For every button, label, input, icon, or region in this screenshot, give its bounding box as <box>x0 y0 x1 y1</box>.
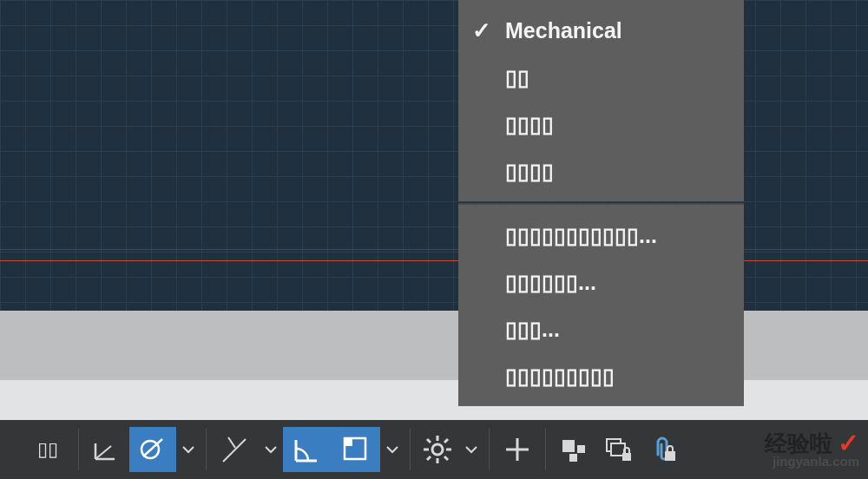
menu-item[interactable]: ▯▯▯▯▯▯... <box>458 259 744 305</box>
polar-icon <box>293 435 322 464</box>
status-bar: ▯▯ <box>0 420 868 479</box>
osnap-dropdown[interactable] <box>176 427 201 472</box>
svg-point-8 <box>432 444 443 455</box>
osnap-icon <box>138 435 168 464</box>
menu-item-label: ▯▯▯▯ <box>505 159 554 184</box>
menu-item-label: ▯▯▯▯ <box>505 112 554 137</box>
osnap-toggle[interactable] <box>129 427 176 472</box>
angle-icon <box>92 435 122 464</box>
menu-item[interactable]: ▯▯ <box>458 54 744 101</box>
settings-button[interactable] <box>416 427 459 472</box>
plus-icon <box>503 435 532 464</box>
attach-button[interactable] <box>641 427 685 472</box>
svg-rect-24 <box>622 453 631 461</box>
menu-item[interactable]: ▯▯▯▯ <box>458 101 744 148</box>
lineweight-dropdown[interactable] <box>380 427 404 472</box>
svg-rect-19 <box>562 440 575 452</box>
watermark-domain: jingyanla.com <box>765 455 859 468</box>
divider <box>78 429 79 470</box>
menu-item-label: ▯▯▯▯▯▯▯▯▯ <box>505 364 615 389</box>
model-space-label: ▯▯ <box>37 438 58 461</box>
layer-lock-button[interactable] <box>596 427 641 472</box>
menu-item[interactable]: ✓ Mechanical <box>458 7 744 54</box>
svg-line-3 <box>228 437 235 448</box>
settings-dropdown[interactable] <box>459 427 483 472</box>
attach-icon <box>648 434 679 465</box>
annotation-scale-menu: ✓ Mechanical ▯▯ ▯▯▯▯ ▯▯▯▯ ▯▯▯▯▯▯▯▯▯▯▯...… <box>458 0 744 406</box>
menu-item[interactable]: ▯▯▯▯ <box>458 148 744 194</box>
chevron-down-icon <box>264 443 278 456</box>
svg-line-13 <box>427 439 431 443</box>
svg-rect-7 <box>345 438 352 446</box>
otrack-toggle[interactable] <box>212 427 259 472</box>
chevron-down-icon <box>464 443 478 456</box>
svg-line-15 <box>444 439 448 443</box>
check-icon: ✓ <box>472 17 491 44</box>
otrack-dropdown[interactable] <box>259 427 283 472</box>
svg-rect-20 <box>577 445 585 453</box>
grid-toggle[interactable] <box>84 427 129 472</box>
chevron-down-icon <box>181 443 195 456</box>
menu-item-label: Mechanical <box>505 18 622 43</box>
otrack-icon <box>220 434 251 465</box>
menu-item-label: ▯▯▯▯▯▯▯▯▯▯▯... <box>505 223 657 248</box>
watermark-name: 经验啦 <box>765 432 832 455</box>
menu-item[interactable]: ▯▯▯▯▯▯▯▯▯▯▯... <box>458 212 744 259</box>
polar-toggle[interactable] <box>283 427 332 472</box>
divider <box>410 429 411 470</box>
svg-rect-21 <box>569 454 577 462</box>
divider <box>206 429 207 470</box>
menu-item-label: ▯▯ <box>505 65 529 90</box>
model-space-button[interactable]: ▯▯ <box>23 427 73 472</box>
layer-lock-icon <box>603 434 635 465</box>
watermark-check-icon: ✓ <box>838 430 859 456</box>
divider <box>489 429 490 470</box>
svg-line-16 <box>427 456 431 460</box>
layout-button[interactable] <box>551 427 596 472</box>
chevron-down-icon <box>385 443 399 456</box>
svg-rect-25 <box>665 451 675 461</box>
menu-section: ▯▯▯▯▯▯▯▯▯▯▯... ▯▯▯▯▯▯... ▯▯▯... ▯▯▯▯▯▯▯▯… <box>458 203 744 406</box>
lineweight-toggle[interactable] <box>332 427 380 472</box>
menu-item[interactable]: ▯▯▯... <box>458 305 744 352</box>
menu-item-label: ▯▯▯▯▯▯... <box>505 270 596 295</box>
divider <box>545 429 546 470</box>
menu-item-label: ▯▯▯... <box>505 317 560 342</box>
watermark: 经验啦 ✓ jingyanla.com <box>765 430 859 468</box>
menu-section: ✓ Mechanical ▯▯ ▯▯▯▯ ▯▯▯▯ <box>458 0 744 201</box>
menu-item[interactable]: ▯▯▯▯▯▯▯▯▯ <box>458 352 744 399</box>
add-button[interactable] <box>495 427 540 472</box>
layout-icon <box>559 435 589 464</box>
svg-line-14 <box>444 456 448 460</box>
gear-icon <box>422 434 453 465</box>
svg-line-2 <box>223 439 246 462</box>
lineweight-icon <box>341 435 371 464</box>
